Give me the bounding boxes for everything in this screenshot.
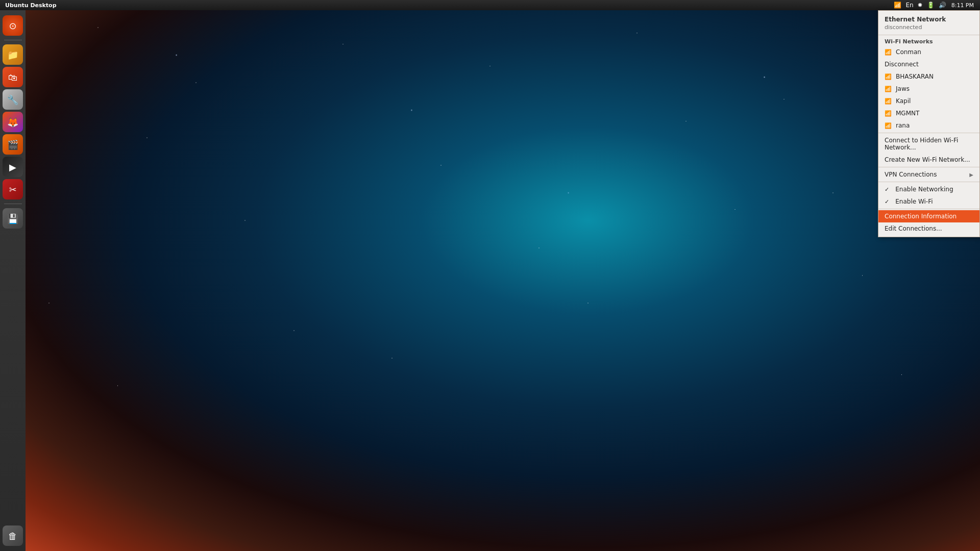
wifi-icon[interactable]: 📶 xyxy=(893,2,902,9)
edit-connections-label: Edit Connections... xyxy=(885,225,973,232)
taskbar-right: 📶 En ✸ 🔋 🔊 8:11 PM xyxy=(893,2,980,9)
network-item-jaws[interactable]: 📶 Jaws xyxy=(878,83,979,95)
keyboard-layout-indicator[interactable]: En xyxy=(904,2,914,9)
battery-icon[interactable]: 🔋 xyxy=(926,2,936,9)
network-name-jaws: Jaws xyxy=(896,85,973,92)
sidebar-item-files[interactable]: 📁 xyxy=(3,44,23,65)
separator-3 xyxy=(878,167,979,167)
connect-hidden-wifi-label: Connect to Hidden Wi-Fi Network... xyxy=(885,137,973,151)
separator-1 xyxy=(878,35,979,35)
taskbar-title: Ubuntu Desktop xyxy=(0,2,62,9)
enable-wifi-toggle[interactable]: ✓ Enable Wi-Fi xyxy=(878,195,979,208)
connection-information-label: Connection Information xyxy=(885,213,973,220)
network-item-mgmnt[interactable]: 📶 MGMNT xyxy=(878,107,979,119)
wifi-icon-rana: 📶 xyxy=(885,122,892,129)
connection-information-button[interactable]: Connection Information xyxy=(878,210,979,222)
taskbar: Ubuntu Desktop 📶 En ✸ 🔋 🔊 8:11 PM xyxy=(0,0,980,10)
trash-icon: 🗑 xyxy=(8,531,17,541)
disconnect-button[interactable]: Disconnect xyxy=(878,58,979,70)
vlc-icon: 🎬 xyxy=(7,139,18,150)
sidebar-item-firefox[interactable]: 🦊 xyxy=(3,112,23,132)
connected-network-name: Conman xyxy=(896,48,973,56)
sidebar-item-vlc[interactable]: 🎬 xyxy=(3,134,23,155)
enable-networking-checkmark-icon: ✓ xyxy=(885,186,889,193)
connect-hidden-wifi-button[interactable]: Connect to Hidden Wi-Fi Network... xyxy=(878,134,979,154)
ethernet-status: disconnected xyxy=(878,24,979,34)
enable-wifi-checkmark-icon: ✓ xyxy=(885,198,889,205)
network-item-kapil[interactable]: 📶 Kapil xyxy=(878,95,979,107)
files-icon: 📁 xyxy=(7,49,18,60)
terminal-icon: ▶ xyxy=(9,162,16,172)
connected-wifi-icon: 📶 xyxy=(885,49,892,56)
edit-connections-button[interactable]: Edit Connections... xyxy=(878,222,979,235)
separator-4 xyxy=(878,182,979,182)
bluetooth-icon[interactable]: ✸ xyxy=(917,2,924,9)
sidebar-divider-2 xyxy=(4,204,22,204)
separator-2 xyxy=(878,133,979,133)
desktop xyxy=(0,0,980,551)
network-menu: Ethernet Network disconnected Wi-Fi Netw… xyxy=(878,10,980,237)
sidebar-item-trash[interactable]: 🗑 xyxy=(3,525,23,546)
network-name-kapil: Kapil xyxy=(896,97,973,105)
wifi-section-label: Wi-Fi Networks xyxy=(878,36,979,46)
enable-networking-toggle[interactable]: ✓ Enable Networking xyxy=(878,183,979,195)
sidebar-item-usb-creator[interactable]: 💾 xyxy=(3,208,23,229)
network-name-mgmnt: MGMNT xyxy=(896,110,973,117)
ubuntu-logo-icon: ⊙ xyxy=(9,20,16,31)
wifi-icon-kapil: 📶 xyxy=(885,98,892,105)
wifi-icon-bhaskaran: 📶 xyxy=(885,73,892,80)
disconnect-label: Disconnect xyxy=(885,61,973,68)
volume-icon[interactable]: 🔊 xyxy=(938,2,947,9)
enable-networking-label: Enable Networking xyxy=(895,186,973,193)
wifi-icon-mgmnt: 📶 xyxy=(885,110,892,117)
vpn-connections-button[interactable]: VPN Connections ▶ xyxy=(878,168,979,181)
system-tools-icon: 🔧 xyxy=(7,94,18,105)
clock: 8:11 PM xyxy=(949,2,976,9)
firefox-icon: 🦊 xyxy=(7,117,18,128)
usb-creator-icon: 💾 xyxy=(7,213,18,224)
sidebar-item-ubuntu[interactable]: ⊙ xyxy=(3,15,23,36)
network-name-bhaskaran: BHASKARAN xyxy=(896,73,973,80)
network-name-rana: rana xyxy=(896,122,973,129)
network-item-rana[interactable]: 📶 rana xyxy=(878,119,979,132)
connected-network-item[interactable]: 📶 Conman xyxy=(878,46,979,58)
sidebar: ⊙ 📁 🛍 🔧 🦊 🎬 ▶ ✂ 💾 🗑 xyxy=(0,10,26,551)
sidebar-item-software-center[interactable]: 🛍 xyxy=(3,67,23,87)
create-new-wifi-label: Create New Wi-Fi Network... xyxy=(885,156,973,163)
app-red-icon: ✂ xyxy=(9,184,16,195)
sidebar-item-app-red[interactable]: ✂ xyxy=(3,179,23,199)
separator-5 xyxy=(878,209,979,209)
vpn-submenu-arrow-icon: ▶ xyxy=(969,172,973,178)
create-new-wifi-button[interactable]: Create New Wi-Fi Network... xyxy=(878,154,979,166)
sidebar-divider-1 xyxy=(4,40,22,40)
sidebar-item-system-tools[interactable]: 🔧 xyxy=(3,89,23,110)
sidebar-item-terminal[interactable]: ▶ xyxy=(3,157,23,177)
wifi-icon-jaws: 📶 xyxy=(885,86,892,92)
network-item-bhaskaran[interactable]: 📶 BHASKARAN xyxy=(878,70,979,83)
ethernet-section-header: Ethernet Network xyxy=(878,13,979,24)
software-center-icon: 🛍 xyxy=(8,72,17,83)
vpn-connections-label: VPN Connections xyxy=(885,171,965,178)
enable-wifi-label: Enable Wi-Fi xyxy=(895,198,973,205)
